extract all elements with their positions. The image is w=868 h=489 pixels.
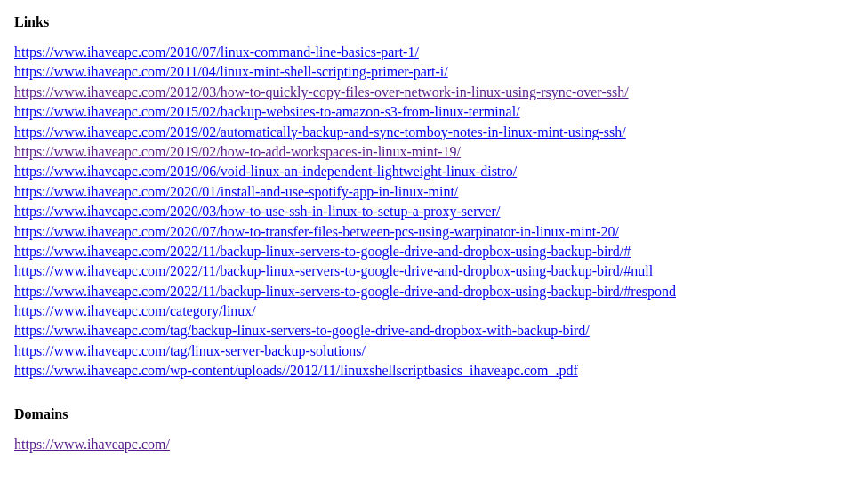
link-link[interactable]: https://www.ihaveapc.com/2011/04/linux-m… — [14, 64, 448, 79]
link-row: https://www.ihaveapc.com/2012/03/how-to-… — [14, 83, 854, 102]
links-heading: Links — [14, 14, 854, 30]
link-link[interactable]: https://www.ihaveapc.com/2022/11/backup-… — [14, 284, 676, 299]
domains-list: https://www.ihaveapc.com/ — [14, 435, 854, 454]
link-row: https://www.ihaveapc.com/2019/06/void-li… — [14, 162, 854, 181]
link-link[interactable]: https://www.ihaveapc.com/2019/02/automat… — [14, 124, 626, 140]
domain-row: https://www.ihaveapc.com/ — [14, 435, 854, 454]
link-row: https://www.ihaveapc.com/2020/01/install… — [14, 182, 854, 202]
link-link[interactable]: https://www.ihaveapc.com/2022/11/backup-… — [14, 263, 653, 278]
domains-heading: Domains — [14, 406, 854, 422]
link-row: https://www.ihaveapc.com/2020/03/how-to-… — [14, 202, 854, 221]
link-row: https://www.ihaveapc.com/2020/07/how-to-… — [14, 222, 854, 242]
link-link[interactable]: https://www.ihaveapc.com/2020/03/how-to-… — [14, 204, 500, 219]
link-row: https://www.ihaveapc.com/wp-content/uplo… — [14, 361, 854, 381]
links-section: Links https://www.ihaveapc.com/2010/07/l… — [14, 14, 854, 381]
link-row: https://www.ihaveapc.com/tag/linux-serve… — [14, 341, 854, 361]
link-row: https://www.ihaveapc.com/2019/02/how-to-… — [14, 142, 854, 162]
link-row: https://www.ihaveapc.com/2010/07/linux-c… — [14, 43, 854, 62]
link-link[interactable]: https://www.ihaveapc.com/2022/11/backup-… — [14, 244, 631, 259]
link-row: https://www.ihaveapc.com/2015/02/backup-… — [14, 102, 854, 122]
link-link[interactable]: https://www.ihaveapc.com/2019/02/how-to-… — [14, 144, 461, 159]
link-link[interactable]: https://www.ihaveapc.com/tag/backup-linu… — [14, 323, 590, 338]
link-link[interactable]: https://www.ihaveapc.com/category/linux/ — [14, 303, 256, 318]
link-link[interactable]: https://www.ihaveapc.com/2012/03/how-to-… — [14, 84, 629, 100]
link-link[interactable]: https://www.ihaveapc.com/2015/02/backup-… — [14, 104, 520, 119]
link-row: https://www.ihaveapc.com/2022/11/backup-… — [14, 261, 854, 281]
domain-link[interactable]: https://www.ihaveapc.com/ — [14, 437, 170, 452]
link-link[interactable]: https://www.ihaveapc.com/tag/linux-serve… — [14, 343, 366, 358]
link-row: https://www.ihaveapc.com/2022/11/backup-… — [14, 242, 854, 261]
domains-section: Domains https://www.ihaveapc.com/ — [14, 406, 854, 454]
link-row: https://www.ihaveapc.com/2022/11/backup-… — [14, 282, 854, 301]
link-row: https://www.ihaveapc.com/category/linux/ — [14, 301, 854, 321]
link-link[interactable]: https://www.ihaveapc.com/2020/01/install… — [14, 184, 458, 199]
link-link[interactable]: https://www.ihaveapc.com/wp-content/uplo… — [14, 363, 578, 378]
link-link[interactable]: https://www.ihaveapc.com/2020/07/how-to-… — [14, 224, 619, 239]
link-link[interactable]: https://www.ihaveapc.com/2019/06/void-li… — [14, 164, 517, 179]
link-row: https://www.ihaveapc.com/2019/02/automat… — [14, 123, 854, 142]
link-row: https://www.ihaveapc.com/2011/04/linux-m… — [14, 62, 854, 82]
link-link[interactable]: https://www.ihaveapc.com/2010/07/linux-c… — [14, 44, 419, 60]
link-row: https://www.ihaveapc.com/tag/backup-linu… — [14, 321, 854, 341]
links-list: https://www.ihaveapc.com/2010/07/linux-c… — [14, 43, 854, 381]
